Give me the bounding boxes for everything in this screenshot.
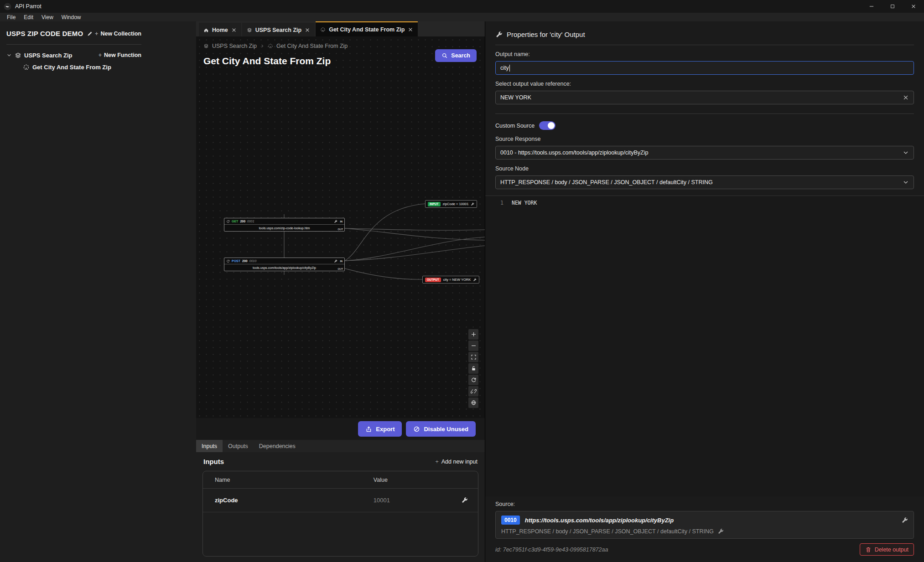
new-collection-button[interactable]: + New Collection (95, 31, 141, 37)
status-code: 200 (240, 220, 245, 223)
tab-outputs[interactable]: Outputs (223, 440, 254, 452)
menu-file[interactable]: File (3, 13, 20, 21)
refresh-icon[interactable] (226, 259, 230, 263)
column-name: Name (203, 477, 374, 483)
value-preview-editor[interactable]: 1 NEW YORK (485, 196, 924, 496)
divider (495, 113, 914, 114)
clear-icon[interactable] (903, 94, 909, 101)
tab-get-city-and-state[interactable]: Get City And State From Zip (316, 21, 418, 36)
function-icon (23, 64, 30, 71)
sidebar-item-function[interactable]: Get City And State From Zip (6, 61, 141, 73)
maximize-button[interactable] (882, 0, 903, 13)
source-card[interactable]: 0010 https://tools.usps.com/tools/app/zi… (495, 511, 914, 539)
output-id: id: 7ec7951f-c3d9-4f59-9e43-0995817872aa (495, 547, 608, 553)
source-node-path: HTTP_RESPONSE / body / JSON_PARSE / JSON… (501, 528, 714, 535)
properties-panel: Properties for 'city' Output Output name… (485, 21, 924, 562)
request-node-get[interactable]: GET 200 0001 IN tools.usps.com/zip-code-… (224, 218, 345, 232)
source-node-select[interactable]: HTTP_RESPONSE / body / JSON_PARSE / JSON… (495, 175, 914, 189)
source-response-select[interactable]: 0010 - https://tools.usps.com/tools/app/… (495, 146, 914, 160)
fit-view-icon (471, 354, 477, 360)
pencil-icon[interactable] (87, 31, 93, 37)
web-button[interactable] (468, 397, 478, 408)
unlink-button[interactable] (468, 386, 478, 397)
wrench-icon[interactable] (717, 528, 724, 535)
plus-icon: + (99, 52, 102, 58)
table-row[interactable]: zipCode 10001 (203, 489, 478, 512)
close-icon[interactable] (305, 27, 310, 33)
output-node[interactable]: OUTPUT city = NEW YORK (422, 276, 479, 284)
menu-view[interactable]: View (37, 13, 57, 21)
input-value: 10001 (374, 497, 461, 504)
close-icon[interactable] (231, 27, 237, 33)
tab-home[interactable]: Home (199, 23, 241, 36)
center-pane: Home USPS Search Zip Get City And State … (196, 21, 485, 562)
chevron-down-icon[interactable] (6, 52, 12, 58)
new-function-button[interactable]: + New Function (99, 52, 141, 58)
wrench-icon[interactable] (901, 517, 908, 524)
minimize-icon (869, 4, 874, 9)
tab-dependencies[interactable]: Dependencies (254, 440, 301, 452)
add-new-input-button[interactable]: + Add new input (435, 459, 478, 465)
globe-icon (471, 400, 477, 406)
source-id-badge: 0010 (501, 516, 520, 525)
sidebar: USPS ZIP CODE DEMO + New Collection USPS… (0, 21, 196, 562)
wrench-icon (495, 31, 503, 38)
wrench-icon[interactable] (471, 202, 474, 206)
output-name-input[interactable]: city (495, 61, 914, 75)
wrench-icon[interactable] (461, 497, 468, 504)
out-port[interactable]: OUT (337, 228, 343, 231)
sidebar-item-collection[interactable]: USPS Search Zip + New Function (6, 49, 141, 61)
graph-canvas[interactable]: USPS Search Zip Get City And State From … (196, 36, 485, 418)
output-node-text: city = NEW YORK (443, 278, 471, 282)
zoom-in-button[interactable] (468, 329, 478, 340)
layers-icon (247, 27, 252, 33)
chevron-down-icon (903, 150, 909, 156)
fit-view-button[interactable] (468, 352, 478, 362)
output-name-label: Output name: (495, 51, 914, 57)
table-header: Name Value (203, 471, 478, 489)
close-icon[interactable] (408, 27, 413, 32)
layers-icon (15, 52, 21, 59)
canvas-action-bar: Export Disable Unused (196, 418, 485, 440)
delete-output-button[interactable]: Delete output (860, 543, 914, 556)
line-number: 1 (485, 200, 504, 206)
input-node-text: zipCode = 10001 (443, 202, 469, 206)
source-url: https://tools.usps.com/tools/app/ziplook… (525, 517, 674, 524)
custom-source-label: Custom Source (495, 123, 535, 129)
in-port[interactable]: IN (340, 260, 343, 263)
close-icon (911, 4, 916, 9)
input-node[interactable]: INPUT zipCode = 10001 (425, 200, 477, 208)
refresh-button[interactable] (468, 375, 478, 385)
lock-button[interactable] (468, 363, 478, 374)
zoom-out-button[interactable] (468, 340, 478, 351)
wrench-icon[interactable] (473, 278, 477, 282)
wrench-icon[interactable] (334, 220, 337, 223)
out-port[interactable]: OUT (337, 268, 343, 270)
tab-inputs[interactable]: Inputs (196, 440, 223, 452)
input-badge: INPUT (428, 202, 441, 206)
in-port[interactable]: IN (340, 220, 343, 223)
request-url: tools.usps.com/tools/app/ziplookup/cityB… (253, 266, 316, 269)
export-button[interactable]: Export (358, 421, 402, 437)
wrench-icon[interactable] (334, 259, 337, 263)
close-button[interactable] (903, 0, 924, 13)
minimize-button[interactable] (861, 0, 882, 13)
method-badge: POST (232, 259, 240, 263)
plus-icon: + (95, 31, 98, 37)
tab-usps-search-zip[interactable]: USPS Search Zip (242, 23, 315, 36)
app-window: API Parrot File Edit View Window USPS ZI… (0, 0, 924, 562)
disable-unused-button[interactable]: Disable Unused (406, 421, 476, 437)
toggle-knob (548, 122, 555, 129)
source-label: Source: (495, 501, 914, 507)
input-name: zipCode (203, 497, 374, 504)
request-id: 0001 (247, 220, 254, 223)
method-badge: GET (232, 220, 238, 223)
reference-input[interactable]: NEW YORK (495, 91, 914, 104)
custom-source-toggle[interactable] (539, 121, 555, 130)
graph: GET 200 0001 IN tools.usps.com/zip-code-… (196, 36, 485, 418)
refresh-icon[interactable] (226, 220, 230, 223)
menu-edit[interactable]: Edit (20, 13, 37, 21)
request-node-post[interactable]: POST 200 0010 IN tools.usps.com/tools/ap… (224, 258, 345, 271)
lock-icon (471, 366, 477, 371)
menu-window[interactable]: Window (57, 13, 85, 21)
